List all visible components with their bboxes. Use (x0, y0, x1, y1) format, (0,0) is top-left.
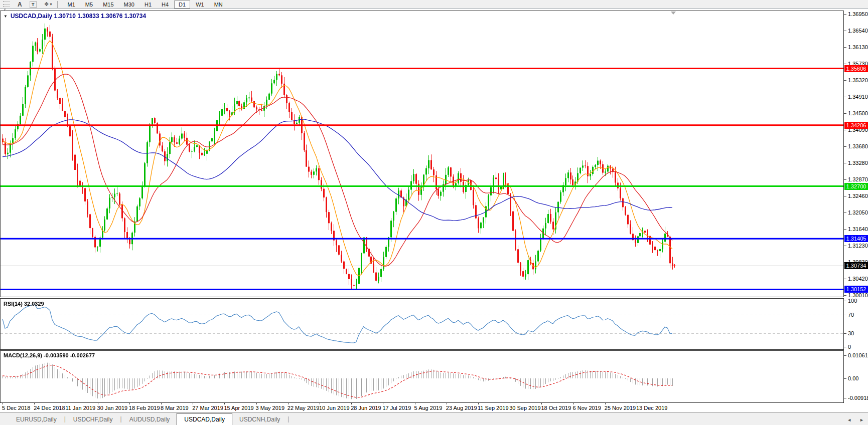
price-axis-tick: 1.36130 (848, 44, 868, 51)
date-label: 13 Dec 2019 (636, 405, 667, 411)
current-price-tag: 1.30734 (844, 262, 868, 269)
macd-axis-tick: 0.00 (848, 375, 858, 382)
timeframe-button-m5[interactable]: M5 (81, 1, 97, 9)
rsi-axis-tick: 0 (848, 343, 851, 350)
tabs-scroll-right-icon[interactable]: ► (859, 417, 864, 422)
tab-eurusd[interactable]: EURUSD,Daily (9, 414, 64, 425)
date-label: 15 Apr 2019 (224, 405, 253, 411)
date-label: 24 Dec 2018 (34, 405, 65, 411)
date-label: 10 Jun 2019 (319, 405, 350, 411)
rsi-canvas[interactable] (1, 299, 843, 349)
tabs-scroll-left-icon[interactable]: ◄ (847, 417, 851, 422)
timeframe-button-m30[interactable]: M30 (119, 1, 139, 9)
date-label: 18 Oct 2019 (541, 405, 571, 411)
timeframe-buttons: M1M5M15M30H1H4D1W1MN (63, 1, 227, 9)
date-label: 17 Jul 2019 (382, 405, 411, 411)
timeframe-button-h1[interactable]: H1 (140, 1, 156, 9)
price-axis-tick: 1.36950 (848, 11, 868, 18)
price-axis-tick: 1.36540 (848, 27, 868, 34)
date-label: 3 May 2019 (256, 405, 284, 411)
price-chart-canvas[interactable] (1, 11, 843, 297)
date-label: 6 Nov 2019 (573, 405, 601, 411)
date-label: 28 Jun 2019 (351, 405, 381, 411)
fibonacci-icon: F (3, 2, 10, 7)
toolbar-separator (57, 1, 58, 8)
date-label: 30 Jan 2019 (97, 405, 128, 411)
toolbar: F A T ❖ ▾ M1M5M15M30H1H4D1W1MN (0, 0, 868, 9)
rsi-axis-tick: 100 (848, 297, 857, 304)
date-label: 18 Feb 2019 (129, 405, 160, 411)
date-label: 11 Jan 2019 (65, 405, 95, 411)
price-axis-tick: 1.35320 (848, 77, 868, 84)
price-axis-tick: 1.33680 (848, 143, 868, 150)
date-label: 8 Mar 2019 (161, 405, 189, 411)
tab-scroll-buttons: ◄ ► (847, 417, 864, 422)
tab-usdchf[interactable]: USDCHF,Daily (66, 414, 120, 425)
date-label: 11 Sep 2019 (478, 405, 509, 411)
price-axis-tick: 1.34910 (848, 93, 868, 100)
rsi-axis-tick: 70 (848, 311, 854, 318)
date-axis[interactable]: 5 Dec 201824 Dec 201811 Jan 201930 Jan 2… (0, 403, 868, 412)
price-axis-tick: 1.30420 (848, 275, 868, 282)
collapse-panel-icon[interactable]: ▼ (4, 14, 8, 19)
text-label-icon: T (30, 1, 37, 8)
fibonacci-tool-button[interactable]: F (3, 1, 10, 9)
date-label: 5 Dec 2018 (2, 405, 30, 411)
price-line-tag: 1.34206 (844, 122, 868, 129)
line-studies-group: F A T ❖ ▾ (3, 1, 52, 9)
timeframe-button-h4[interactable]: H4 (157, 1, 173, 9)
rsi-label: RSI(14) 32.0329 (4, 301, 44, 307)
chevron-down-icon: ▾ (50, 2, 52, 7)
macd-axis-tick: -0.009181 (848, 394, 868, 401)
macd-label: MACD(12,26,9) -0.003590 -0.002677 (4, 352, 95, 358)
timeframe-button-mn[interactable]: MN (210, 1, 227, 9)
date-label: 30 Sep 2019 (509, 405, 540, 411)
date-label: 22 May 2019 (287, 405, 320, 411)
timeframe-button-w1[interactable]: W1 (191, 1, 209, 9)
price-axis-tick: 1.32050 (848, 209, 868, 216)
tab-usdcnh[interactable]: USDCNH,Daily (232, 414, 287, 425)
text-tool-button[interactable]: A (18, 1, 22, 9)
price-line-tag: 1.30152 (844, 286, 868, 293)
tab-divider: | (287, 415, 290, 422)
price-line-tag: 1.32700 (844, 183, 868, 190)
chart-shift-marker-icon (671, 12, 676, 15)
price-axis-tick: 1.32460 (848, 192, 868, 199)
date-label: 25 Nov 2019 (605, 405, 636, 411)
arrows-icon: ❖ (44, 1, 49, 8)
tab-usdcad[interactable]: USDCAD,Daily (177, 413, 232, 425)
timeframe-button-d1[interactable]: D1 (174, 1, 190, 9)
price-line-tag: 1.31405 (844, 235, 868, 242)
date-label: 5 Aug 2019 (414, 405, 443, 411)
text-icon: A (18, 1, 22, 8)
chart-tabs-bar: EURUSD,Daily|USDCHF,Daily|AUDUSD,DailyUS… (0, 412, 868, 425)
price-axis-tick: 1.34500 (848, 110, 868, 117)
timeframe-button-m15[interactable]: M15 (98, 1, 118, 9)
date-label: 23 Aug 2019 (446, 405, 477, 411)
tab-audusd[interactable]: AUDUSD,Daily (122, 414, 177, 425)
macd-canvas[interactable] (1, 351, 843, 402)
text-label-tool-button[interactable]: T (30, 1, 37, 9)
price-axis-tick: 1.31230 (848, 242, 868, 249)
arrows-tool-button[interactable]: ❖ ▾ (44, 1, 52, 9)
price-axis-tick: 1.31640 (848, 226, 868, 233)
rsi-axis-tick: 30 (848, 330, 854, 337)
price-line-tag: 1.35606 (844, 65, 868, 72)
chart-title: ▼ USDCAD,Daily 1.30710 1.30833 1.30676 1… (4, 13, 146, 20)
timeframe-button-m1[interactable]: M1 (63, 1, 80, 9)
price-axis-tick: 1.33280 (848, 159, 868, 166)
macd-axis-tick: 0.010615 (848, 352, 868, 359)
date-label: 27 Mar 2019 (192, 405, 223, 411)
price-axis-tick: 1.32870 (848, 176, 868, 183)
chart-title-text: USDCAD,Daily 1.30710 1.30833 1.30676 1.3… (11, 13, 146, 20)
